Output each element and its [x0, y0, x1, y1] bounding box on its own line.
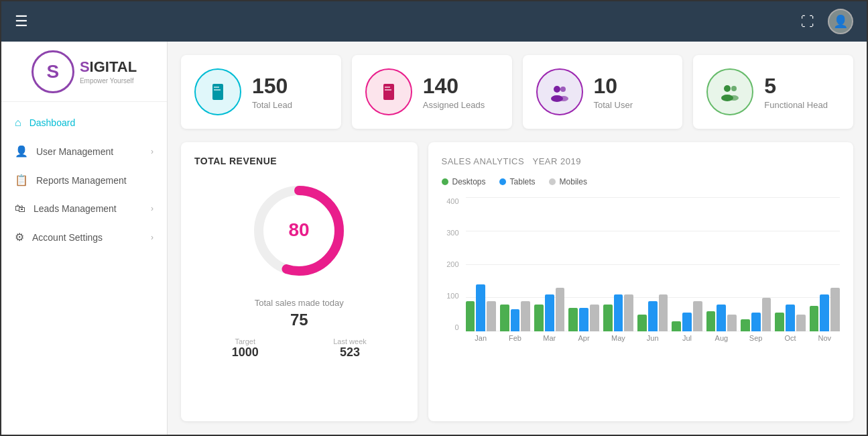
bar: [476, 284, 485, 331]
column-bars: [466, 197, 496, 331]
bar: [534, 305, 544, 331]
bar: [706, 311, 716, 331]
chart-legend: Desktops Tablets Mobiles: [442, 177, 841, 186]
target-item: Target 1000: [232, 337, 259, 360]
bar: [762, 298, 771, 331]
x-label: Nov: [810, 334, 840, 342]
bar: [568, 308, 578, 331]
bar: [500, 305, 509, 331]
lastweek-item: Last week 523: [333, 337, 367, 360]
y-label: 300: [442, 229, 459, 237]
chart-container: 400 300 200 100 0: [442, 197, 841, 342]
stat-card-total-user: 10 Total User: [523, 55, 683, 129]
column-bars: [706, 197, 737, 331]
settings-icon: ⚙: [15, 231, 24, 243]
svg-rect-5: [385, 89, 391, 91]
stat-number: 140: [423, 74, 485, 99]
svg-rect-0: [212, 84, 223, 100]
stat-label: Functional Head: [764, 100, 828, 110]
x-label: Apr: [568, 334, 599, 342]
stat-number: 10: [594, 74, 633, 99]
bar: [693, 301, 702, 331]
avatar[interactable]: 👤: [828, 9, 853, 34]
target-label: Target: [232, 337, 259, 345]
bar: [603, 305, 613, 331]
bar: [741, 319, 750, 331]
donut-container: 80: [194, 177, 404, 284]
bar: [796, 315, 806, 331]
sales-value: 75: [194, 311, 404, 329]
y-label: 400: [442, 197, 459, 205]
sales-label: Total sales made today: [194, 298, 404, 308]
chart-column: [810, 197, 840, 331]
chevron-right-icon: ›: [151, 233, 153, 242]
bar: [466, 301, 475, 331]
bar: [727, 315, 737, 331]
bar: [775, 313, 784, 331]
stat-card-total-lead: 150 Total Lead: [181, 55, 341, 129]
stat-label: Total Lead: [252, 100, 292, 110]
svg-point-11: [731, 86, 737, 91]
svg-point-6: [554, 86, 560, 93]
bar: [830, 288, 840, 331]
team-icon: [719, 81, 741, 103]
stat-card-assigned-leads: 140 Assigned Leads: [352, 55, 512, 129]
mobiles-label: Mobiles: [560, 177, 587, 186]
sidebar-item-label: Reports Management: [36, 175, 127, 186]
column-bars: [637, 197, 668, 331]
y-label: 200: [442, 260, 459, 268]
logo-text: SIGITAL Empower Yourself: [80, 58, 137, 85]
svg-point-9: [559, 96, 568, 101]
column-bars: [500, 197, 530, 331]
column-bars: [603, 197, 633, 331]
x-label: Jul: [672, 334, 702, 342]
revenue-panel: TOTAL REVENUE 80 Total sales made today …: [181, 142, 418, 421]
lastweek-label: Last week: [333, 337, 367, 345]
x-label: May: [603, 334, 633, 342]
revenue-stats: Total sales made today 75 Target 1000 La…: [194, 298, 404, 360]
column-bars: [534, 197, 564, 331]
chart-column: [603, 197, 633, 331]
menu-toggle-button[interactable]: ☰: [15, 13, 28, 30]
sidebar-item-account-settings[interactable]: ⚙ Account Settings ›: [1, 223, 167, 252]
x-label: Mar: [534, 334, 564, 342]
chart-column: [500, 197, 530, 331]
mobiles-dot: [549, 178, 556, 185]
sidebar-item-label: Account Settings: [32, 232, 103, 243]
legend-tablets: Tablets: [499, 177, 536, 186]
bar: [637, 315, 647, 331]
svg-rect-3: [383, 84, 394, 100]
svg-point-13: [729, 95, 739, 101]
stat-number: 5: [764, 74, 828, 99]
x-label: Aug: [706, 334, 737, 342]
y-label: 100: [442, 292, 459, 300]
sidebar-item-dashboard[interactable]: ⌂ Dashboard: [1, 109, 167, 137]
total-lead-icon-circle: [194, 68, 241, 115]
legend-desktops: Desktops: [442, 177, 486, 186]
expand-icon[interactable]: ⛶: [801, 14, 814, 30]
bar: [672, 321, 681, 331]
bar: [786, 305, 795, 331]
sidebar-item-label: Leads Management: [34, 203, 117, 214]
logo-subtitle: Empower Yourself: [80, 77, 137, 85]
stat-card-functional-head: 5 Functional Head: [693, 55, 853, 129]
y-label: 0: [442, 323, 459, 331]
sidebar-item-leads-management[interactable]: 🛍 Leads Management ›: [1, 195, 167, 223]
revenue-row: Target 1000 Last week 523: [194, 337, 404, 360]
revenue-panel-title: TOTAL REVENUE: [194, 156, 404, 166]
column-bars: [810, 197, 840, 331]
user-management-icon: 👤: [15, 145, 28, 158]
assigned-leads-icon-circle: [365, 68, 412, 115]
sidebar-item-user-management[interactable]: 👤 User Management ›: [1, 137, 167, 166]
svg-rect-2: [214, 89, 221, 91]
stat-label: Total User: [594, 100, 633, 110]
bar: [579, 308, 588, 331]
sidebar-nav: ⌂ Dashboard 👤 User Management › 📋 Report…: [1, 102, 167, 435]
chevron-right-icon: ›: [151, 204, 153, 213]
sidebar-item-reports-management[interactable]: 📋 Reports Management: [1, 166, 167, 195]
lastweek-value: 523: [333, 345, 367, 360]
analytics-panel-title: SALES ANALYTICS Year 2019: [442, 156, 841, 166]
book-icon: [207, 81, 229, 103]
x-label: Jun: [637, 334, 668, 342]
legend-mobiles: Mobiles: [549, 177, 587, 186]
